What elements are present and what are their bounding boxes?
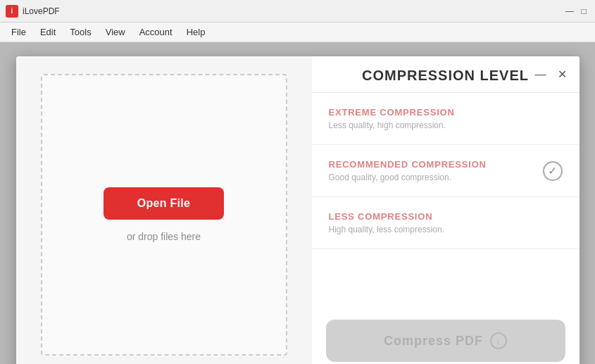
main-area: Open File or drop files here — ✕ COMPRES… <box>0 42 595 364</box>
option-extreme-desc: Less quality, high compression. <box>329 120 455 130</box>
option-recommended[interactable]: RECOMMENDED COMPRESSION Good quality, go… <box>312 145 580 197</box>
menu-bar: File Edit Tools View Account Help <box>0 23 595 42</box>
option-extreme[interactable]: EXTREME COMPRESSION Less quality, high c… <box>312 93 580 145</box>
menu-help[interactable]: Help <box>181 24 211 40</box>
app-window: Open File or drop files here — ✕ COMPRES… <box>16 56 580 364</box>
option-less-name: LESS COMPRESSION <box>329 211 445 222</box>
compress-btn-label: Compress PDF <box>384 334 483 349</box>
left-panel: Open File or drop files here <box>16 56 312 364</box>
right-panel: — ✕ COMPRESSION LEVEL EXTREME COMPRESSIO… <box>312 56 580 364</box>
minimize-button[interactable]: — <box>534 68 548 82</box>
option-recommended-desc: Good quality, good compression. <box>329 172 487 182</box>
option-less[interactable]: LESS COMPRESSION High quality, less comp… <box>312 197 580 249</box>
compression-title: COMPRESSION LEVEL <box>326 68 565 84</box>
option-extreme-name: EXTREME COMPRESSION <box>329 107 455 118</box>
minimize-title-btn[interactable]: — <box>564 6 575 17</box>
menu-account[interactable]: Account <box>134 24 178 40</box>
option-extreme-content: EXTREME COMPRESSION Less quality, high c… <box>329 107 455 130</box>
menu-tools[interactable]: Tools <box>64 24 96 40</box>
maximize-title-btn[interactable]: □ <box>578 6 589 17</box>
menu-view[interactable]: View <box>100 24 131 40</box>
compress-btn-area: Compress PDF ↓ <box>312 308 580 364</box>
option-recommended-name: RECOMMENDED COMPRESSION <box>329 159 487 170</box>
drop-text: or drop files here <box>127 231 201 242</box>
menu-edit[interactable]: Edit <box>35 24 61 40</box>
app-icon: i <box>6 5 18 18</box>
option-less-desc: High quality, less compression. <box>329 225 445 234</box>
options-list: EXTREME COMPRESSION Less quality, high c… <box>312 93 580 308</box>
open-file-button[interactable]: Open File <box>104 187 225 220</box>
menu-file[interactable]: File <box>6 24 32 40</box>
compress-icon: ↓ <box>490 332 507 349</box>
option-less-content: LESS COMPRESSION High quality, less comp… <box>329 211 445 234</box>
title-bar-controls: — □ <box>564 6 589 17</box>
close-button[interactable]: ✕ <box>556 68 568 82</box>
option-recommended-check: ✓ <box>543 161 563 181</box>
compress-pdf-button[interactable]: Compress PDF ↓ <box>326 320 565 362</box>
title-bar-left: i iLovePDF <box>6 5 60 18</box>
app-title: iLovePDF <box>23 6 60 16</box>
window-controls: — ✕ <box>534 68 568 82</box>
title-bar: i iLovePDF — □ <box>0 0 595 23</box>
option-recommended-content: RECOMMENDED COMPRESSION Good quality, go… <box>329 159 487 182</box>
drop-zone[interactable]: Open File or drop files here <box>41 74 287 356</box>
